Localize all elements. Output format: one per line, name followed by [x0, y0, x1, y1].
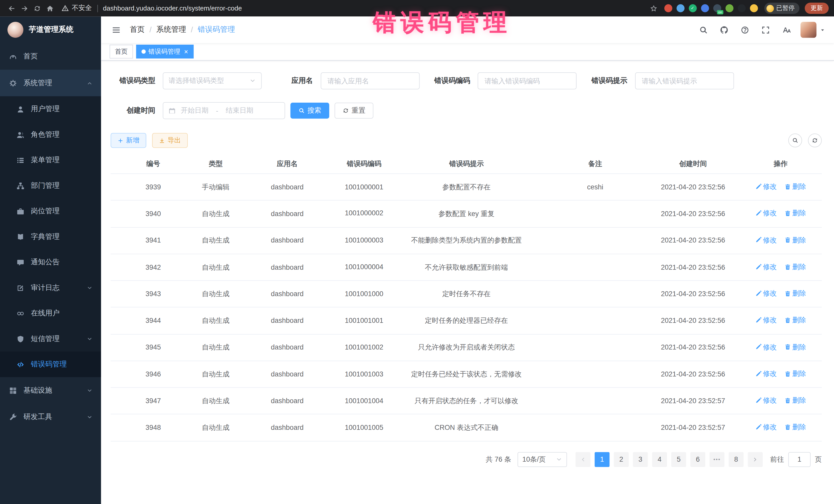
reload-icon[interactable]	[31, 2, 44, 15]
error-code-table: 编号类型应用名错误码编码错误码提示备注创建时间操作 3939手动编辑dashbo…	[111, 154, 822, 441]
forward-icon[interactable]	[18, 2, 31, 15]
sidebar-item-role-management[interactable]: 角色管理	[0, 122, 101, 147]
fullscreen-icon[interactable]	[759, 23, 772, 36]
help-icon[interactable]	[738, 23, 751, 36]
edit-link[interactable]: 修改	[755, 262, 777, 272]
page-size-select[interactable]: 10条/页	[518, 452, 567, 467]
browser-home-icon[interactable]	[44, 2, 57, 15]
reset-button[interactable]: 重置	[335, 103, 373, 118]
extension-icon-2[interactable]	[676, 4, 684, 12]
page-button-5[interactable]: 5	[671, 452, 686, 467]
extension-icon-6[interactable]	[725, 4, 733, 12]
github-icon[interactable]	[718, 23, 730, 36]
delete-link[interactable]: 删除	[784, 288, 806, 299]
hamburger-icon[interactable]	[110, 23, 123, 36]
page-button-1[interactable]: 1	[595, 452, 610, 467]
dashboard-icon	[8, 52, 18, 60]
app-name-input[interactable]	[321, 72, 420, 89]
sidebar-item-user-management[interactable]: 用户管理	[0, 96, 101, 122]
sidebar-item-dict-management[interactable]: 字典管理	[0, 224, 101, 249]
extension-icon-5[interactable]: on	[713, 4, 721, 12]
export-button[interactable]: 导出	[152, 133, 188, 148]
chevron-down-icon	[87, 388, 93, 393]
edit-link[interactable]: 修改	[755, 369, 777, 379]
sidebar-item-sms-management[interactable]: 短信管理	[0, 326, 101, 352]
edit-link[interactable]: 修改	[755, 235, 777, 245]
edit-link[interactable]: 修改	[755, 422, 777, 432]
refresh-icon	[343, 108, 349, 114]
next-page-button[interactable]	[748, 452, 763, 467]
sidebar-item-menu-management[interactable]: 菜单管理	[0, 147, 101, 173]
tab-error-code[interactable]: 错误码管理 ×	[136, 45, 194, 59]
sidebar-item-online-users[interactable]: 在线用户	[0, 301, 101, 326]
close-icon[interactable]: ×	[184, 48, 188, 55]
breadcrumb-system[interactable]: 系统管理	[156, 25, 186, 35]
extension-icon-4[interactable]	[701, 4, 709, 12]
page-button-4[interactable]: 4	[652, 452, 667, 467]
add-button[interactable]: 新增	[111, 133, 146, 148]
edit-link[interactable]: 修改	[755, 342, 777, 352]
sidebar-item-dev-tools[interactable]: 研发工具	[0, 404, 101, 430]
delete-link[interactable]: 删除	[784, 262, 806, 272]
refresh-table-button[interactable]	[808, 133, 822, 147]
paused-badge[interactable]: 已暂停	[764, 3, 799, 14]
sidebar-item-notice[interactable]: 通知公告	[0, 249, 101, 275]
breadcrumb-home[interactable]: 首页	[130, 25, 145, 35]
cell-code: 1001000002	[339, 200, 389, 227]
sidebar-item-post-management[interactable]: 岗位管理	[0, 198, 101, 224]
page-button-6[interactable]: 6	[690, 452, 705, 467]
error-hint-input[interactable]	[635, 72, 734, 89]
search-button[interactable]: 搜索	[290, 103, 329, 118]
delete-link[interactable]: 删除	[784, 181, 806, 192]
edit-link[interactable]: 修改	[755, 181, 777, 192]
delete-link[interactable]: 删除	[784, 395, 806, 406]
url-text[interactable]: dashboard.yudao.iocoder.cn/system/error-…	[103, 5, 242, 12]
font-size-icon[interactable]	[780, 23, 793, 36]
edit-icon	[755, 317, 761, 323]
page-button-2[interactable]: 2	[614, 452, 629, 467]
bookmark-star-icon[interactable]	[647, 2, 660, 15]
back-icon[interactable]	[5, 2, 18, 15]
sidebar-item-label: 通知公告	[31, 257, 60, 267]
error-type-select[interactable]: 请选择错误码类型	[163, 72, 262, 89]
prev-page-button[interactable]	[576, 452, 591, 467]
delete-icon	[784, 317, 791, 323]
delete-link[interactable]: 删除	[784, 235, 806, 245]
error-code-input[interactable]	[478, 72, 577, 89]
extension-icon-8[interactable]	[750, 4, 758, 12]
security-chip[interactable]: 不安全	[62, 4, 92, 13]
table-row: 3940自动生成dashboard1001000002参数配置 key 重复20…	[111, 200, 822, 227]
extension-icon-3[interactable]: ✓	[688, 4, 697, 12]
edit-link[interactable]: 修改	[755, 288, 777, 299]
sidebar-item-label: 菜单管理	[31, 155, 60, 165]
delete-link[interactable]: 删除	[784, 342, 806, 352]
extension-icon-7[interactable]	[738, 4, 745, 12]
delete-link[interactable]: 删除	[784, 422, 806, 432]
delete-link[interactable]: 删除	[784, 369, 806, 379]
create-time-range[interactable]: 开始日期 - 结束日期	[163, 102, 285, 119]
page-button-3[interactable]: 3	[633, 452, 648, 467]
sidebar-item-dept-management[interactable]: 部门管理	[0, 173, 101, 198]
user-menu[interactable]	[800, 22, 825, 38]
edit-link[interactable]: 修改	[755, 395, 777, 406]
edit-link[interactable]: 修改	[755, 315, 777, 325]
toggle-search-button[interactable]	[788, 133, 802, 147]
page-button-8[interactable]: 8	[729, 452, 744, 467]
logo[interactable]: 芋道管理系统	[0, 17, 101, 43]
edit-link[interactable]: 修改	[755, 208, 777, 218]
sidebar-item-home[interactable]: 首页	[0, 43, 101, 70]
goto-page-input[interactable]	[788, 452, 811, 467]
delete-link[interactable]: 删除	[784, 315, 806, 325]
sidebar-item-infrastructure[interactable]: 基础设施	[0, 377, 101, 404]
sidebar-item-label: 字典管理	[31, 232, 60, 241]
search-icon[interactable]	[697, 23, 709, 36]
update-button[interactable]: 更新	[805, 3, 829, 14]
sidebar-item-error-code-management[interactable]: 错误码管理	[0, 352, 101, 377]
sidebar-item-system-management[interactable]: 系统管理	[0, 70, 101, 96]
tree-icon	[16, 182, 25, 190]
sidebar-item-audit-log[interactable]: 审计日志	[0, 275, 101, 301]
pager-more-button[interactable]: •••	[709, 452, 724, 467]
extension-icon-1[interactable]	[664, 4, 672, 12]
delete-link[interactable]: 删除	[784, 208, 806, 218]
tab-home[interactable]: 首页	[110, 45, 133, 59]
